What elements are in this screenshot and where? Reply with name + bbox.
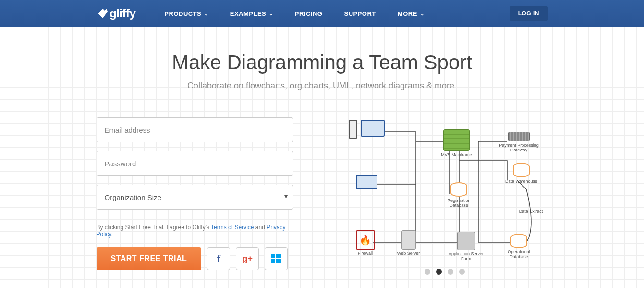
legal-and: and	[254, 224, 267, 231]
windows-icon	[271, 253, 281, 264]
org-size-select[interactable]: Organization Size	[97, 185, 293, 210]
warehouse-label: Data Warehouse	[505, 179, 537, 184]
carousel-dot-1[interactable]	[436, 269, 442, 275]
webserver-label: Web Server	[397, 251, 420, 256]
network-diagram-image: MVS Mainframe Payment Processing Gateway…	[344, 117, 546, 262]
nav-examples-label: EXAMPLES	[230, 10, 267, 17]
mvs-label: MVS Mainframe	[441, 152, 472, 157]
nav-pricing[interactable]: PRICING	[295, 10, 323, 17]
login-button[interactable]: LOG IN	[510, 6, 548, 21]
carousel-dot-2[interactable]	[448, 269, 453, 275]
carousel-dot-0[interactable]	[425, 269, 430, 275]
chevron-down-icon: ⌄	[269, 11, 273, 16]
logo-text: gliffy	[109, 7, 135, 20]
nav-products[interactable]: PRODUCTS⌄	[164, 10, 208, 17]
nav-pricing-label: PRICING	[295, 10, 323, 17]
operational-node: Operational Database	[500, 234, 538, 259]
diagram-carousel: MVS Mainframe Payment Processing Gateway…	[341, 117, 548, 275]
nav-support[interactable]: SUPPORT	[344, 10, 376, 17]
registration-label: Registration Database	[447, 198, 470, 208]
appserver-node: Application Server Farm	[445, 232, 488, 261]
nav-more-label: MORE	[398, 10, 417, 17]
appserver-label: Application Server Farm	[449, 251, 484, 261]
microsoft-login-button[interactable]	[265, 247, 288, 270]
legal-prefix: By clicking Start Free Trial, I agree to…	[97, 224, 211, 231]
hero-section: Make Diagramming a Team Sport Collaborat…	[0, 27, 644, 288]
svg-rect-3	[276, 259, 281, 263]
google-plus-login-button[interactable]: g+	[236, 247, 259, 270]
webserver-node: Web Server	[397, 230, 421, 256]
extract-label-node: Data Extract	[517, 209, 546, 213]
signup-form: Organization Size By clicking Start Free…	[97, 117, 293, 275]
firewall-label: Firewall	[358, 251, 373, 256]
nav-support-label: SUPPORT	[344, 10, 376, 17]
top-navbar: gliffy PRODUCTS⌄ EXAMPLES⌄ PRICING SUPPO…	[0, 0, 644, 27]
start-free-trial-button[interactable]: START FREE TRIAL	[97, 247, 202, 270]
tos-link[interactable]: Terms of Service	[211, 224, 254, 231]
logo[interactable]: gliffy	[96, 7, 135, 20]
payment-node: Payment Processing Gateway	[498, 132, 541, 152]
email-input[interactable]	[97, 117, 293, 142]
nav-left-group: gliffy PRODUCTS⌄ EXAMPLES⌄ PRICING SUPPO…	[96, 7, 424, 20]
svg-rect-1	[276, 254, 281, 258]
nav-more[interactable]: MORE⌄	[398, 10, 425, 17]
chevron-down-icon: ⌄	[204, 11, 208, 16]
nav-examples[interactable]: EXAMPLES⌄	[230, 10, 273, 17]
registration-node: Registration Database	[440, 182, 478, 208]
tower-node	[349, 120, 357, 140]
svg-rect-2	[271, 259, 275, 263]
hero-content: Organization Size By clicking Start Free…	[97, 117, 548, 275]
extract-label: Data Extract	[519, 209, 543, 213]
hero-subtitle: Collaborate on flowcharts, org charts, U…	[187, 81, 457, 91]
nav-products-label: PRODUCTS	[164, 10, 201, 17]
laptop-node	[356, 175, 377, 191]
nav-items: PRODUCTS⌄ EXAMPLES⌄ PRICING SUPPORT MORE…	[164, 10, 424, 17]
operational-label: Operational Database	[508, 250, 530, 259]
monitor-node	[361, 120, 385, 138]
warehouse-node: Data Warehouse	[505, 163, 538, 184]
facebook-login-button[interactable]: f	[207, 247, 230, 270]
password-input[interactable]	[97, 151, 293, 176]
mvs-node: MVS Mainframe	[440, 129, 474, 157]
chevron-down-icon: ⌄	[420, 11, 425, 16]
logo-icon	[96, 7, 109, 20]
legal-text: By clicking Start Free Trial, I agree to…	[97, 224, 293, 238]
carousel-dot-3[interactable]	[459, 269, 465, 275]
google-plus-icon: g+	[243, 254, 253, 264]
firewall-node: 🔥Firewall	[353, 230, 377, 256]
hero-title: Make Diagramming a Team Sport	[172, 51, 472, 74]
facebook-icon: f	[217, 252, 220, 265]
svg-rect-0	[271, 254, 275, 258]
action-row: START FREE TRIAL f g+	[97, 247, 293, 270]
org-size-select-wrapper: Organization Size	[97, 185, 293, 210]
carousel-dots	[425, 269, 465, 275]
payment-label: Payment Processing Gateway	[499, 143, 539, 152]
